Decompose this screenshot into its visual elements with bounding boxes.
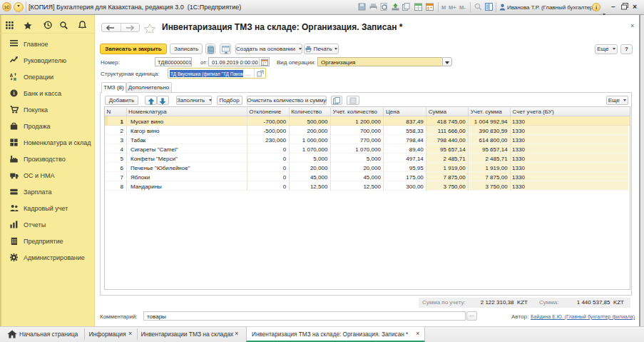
svg-text:i: i bbox=[13, 90, 14, 96]
svg-text:А: А bbox=[10, 73, 14, 78]
svg-text:я: я bbox=[14, 76, 16, 81]
